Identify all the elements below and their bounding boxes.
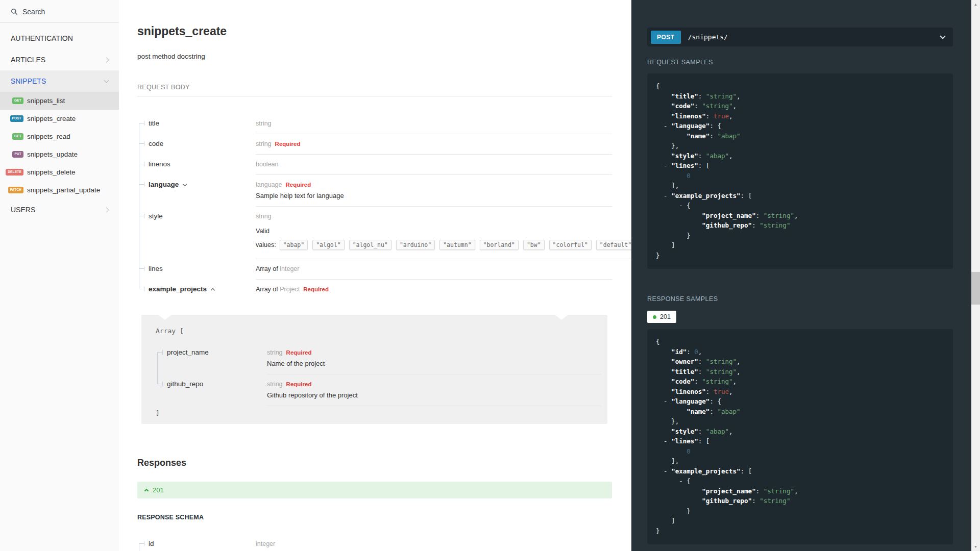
field-row: linesArray of integer <box>137 259 612 280</box>
method-badge-wrap: DELETE <box>11 169 23 176</box>
sidebar-item-snippets_update[interactable]: PUTsnippets_update <box>0 145 119 163</box>
collapse-toggle[interactable]: - <box>679 202 683 209</box>
sidebar-section-articles[interactable]: ARTICLES <box>0 49 119 70</box>
code-line: "project_name": "string", <box>656 486 953 496</box>
status-dot-icon <box>653 315 656 319</box>
responses-heading: Responses <box>137 458 612 468</box>
tree-connector-icon <box>139 207 144 259</box>
code-line: "style": "abap", <box>656 151 953 161</box>
field-help: Github repository of the project <box>267 391 601 399</box>
request-body-schema: titlestringcodestringRequiredlinenosbool… <box>137 114 612 299</box>
page-title: snippets_create <box>137 24 612 38</box>
sidebar-item-snippets_delete[interactable]: DELETEsnippets_delete <box>0 163 119 181</box>
code-token: "abap" <box>706 152 729 160</box>
code-line: "code": "string", <box>656 377 953 387</box>
valid-value-chip: "algol_nu" <box>349 240 391 250</box>
code-token: "string" <box>706 92 737 100</box>
scrollbar-thumb[interactable] <box>971 272 980 305</box>
code-line: "project_name": "string", <box>656 211 953 221</box>
field-row: github_repostringRequiredGithub reposito… <box>156 374 601 406</box>
type-prefix: Array of <box>256 286 280 293</box>
code-token: } <box>656 507 691 515</box>
sidebar-nav: AUTHENTICATIONARTICLESSNIPPETSGETsnippet… <box>0 23 119 220</box>
code-line: - "language": { <box>656 396 953 407</box>
code-token <box>656 447 687 455</box>
scrollbar-up-arrow[interactable]: ▲ <box>971 0 980 9</box>
code-token: }, <box>656 142 679 149</box>
code-token: { <box>656 338 660 345</box>
code-token: : <box>752 221 760 229</box>
field-type: stringRequired <box>267 381 601 388</box>
field-name: github_repo <box>167 380 203 388</box>
code-token: "style" <box>671 152 698 160</box>
code-token <box>656 102 671 110</box>
type-name: Project <box>280 286 300 293</box>
code-token: , <box>733 378 737 385</box>
response-sample-code: { "id": 0, "owner": "string", "title": "… <box>647 329 953 544</box>
collapse-toggle[interactable]: - <box>664 467 668 475</box>
code-token <box>668 467 672 475</box>
collapse-toggle[interactable]: - <box>664 122 668 130</box>
field-name-cell: project_name <box>156 343 267 374</box>
code-token <box>656 92 671 100</box>
code-token <box>656 428 671 435</box>
sidebar-section-users[interactable]: USERS <box>0 199 119 220</box>
chevron-right-icon <box>104 207 109 212</box>
page-scrollbar[interactable]: ▲ ▼ <box>971 0 980 551</box>
response-201-banner[interactable]: 201 <box>137 482 612 498</box>
scrollbar-down-arrow[interactable]: ▼ <box>971 542 980 551</box>
operation-label: snippets_read <box>27 133 70 140</box>
code-token: "name" <box>687 132 709 140</box>
code-token: "name" <box>687 408 709 415</box>
field-name: id <box>149 540 154 547</box>
code-token <box>668 437 672 445</box>
sidebar-section-authentication[interactable]: AUTHENTICATION <box>0 28 119 49</box>
required-flag: Required <box>286 349 312 356</box>
code-token: "project_name" <box>702 487 755 495</box>
search-box[interactable] <box>0 0 119 23</box>
code-token: "language" <box>671 122 709 130</box>
code-line: }, <box>656 416 953 427</box>
collapse-toggle[interactable]: - <box>664 192 668 199</box>
chevron-up-icon <box>144 489 149 493</box>
field-name-cell[interactable]: example_projects <box>137 280 256 299</box>
collapse-toggle[interactable]: - <box>679 477 683 485</box>
code-token: : <box>709 408 717 415</box>
code-token <box>656 477 679 485</box>
code-token: : { <box>709 122 721 130</box>
operation-label: snippets_partial_update <box>27 186 100 194</box>
code-token: "language" <box>671 397 709 405</box>
collapse-toggle[interactable]: - <box>664 437 668 445</box>
endpoint-dropdown[interactable]: POST /snippets/ <box>647 28 953 46</box>
code-token: , <box>733 102 737 110</box>
code-line: } <box>656 526 953 536</box>
tree-connector-icon <box>139 175 144 207</box>
required-flag: Required <box>303 286 329 292</box>
sidebar-item-snippets_list[interactable]: GETsnippets_list <box>0 92 119 110</box>
field-name: example_projects <box>149 285 207 293</box>
code-token: : <box>756 487 764 495</box>
field-name-cell[interactable]: language <box>137 175 256 207</box>
tree-connector-icon <box>139 114 144 134</box>
code-token <box>656 202 679 209</box>
sidebar-item-snippets_read[interactable]: GETsnippets_read <box>0 128 119 145</box>
sidebar-item-snippets_partial_update[interactable]: PATCHsnippets_partial_update <box>0 181 119 199</box>
collapse-toggle[interactable]: - <box>664 397 668 405</box>
code-token: "example_projects" <box>671 467 740 475</box>
request-samples-header: REQUEST SAMPLES <box>647 59 953 66</box>
field-type: languageRequired <box>256 181 612 188</box>
code-token: : <box>709 132 717 140</box>
code-token: "abap" <box>717 408 740 415</box>
code-token: true <box>714 388 729 395</box>
code-token <box>656 487 702 495</box>
search-input[interactable] <box>22 8 99 16</box>
collapse-toggle[interactable]: - <box>664 162 668 169</box>
sidebar-item-snippets_create[interactable]: POSTsnippets_create <box>0 110 119 128</box>
chevron-right-icon <box>104 57 109 62</box>
search-icon <box>11 8 18 15</box>
sidebar-section-snippets[interactable]: SNIPPETS <box>0 70 119 92</box>
response-tab-201[interactable]: 201 <box>647 311 676 323</box>
valid-value-chip: "autumn" <box>439 240 475 250</box>
code-token: : <box>687 348 694 356</box>
field-name-cell: title <box>137 114 256 134</box>
